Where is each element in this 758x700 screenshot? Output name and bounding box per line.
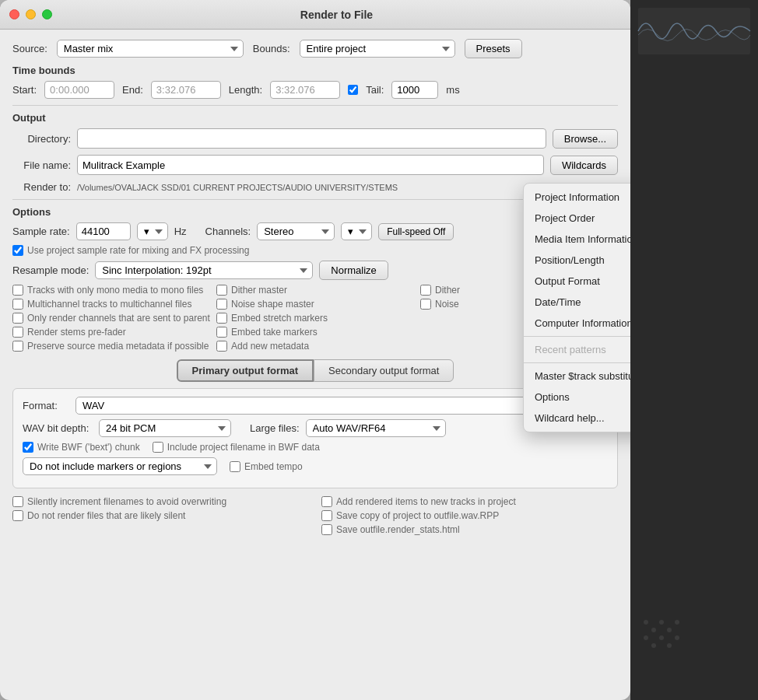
directory-input[interactable] [77,128,546,149]
bitdepth-select[interactable]: 24 bit PCM [99,419,231,437]
silent-increment-row: Silently increment filenames to avoid ov… [12,496,309,507]
sample-rate-input[interactable] [76,222,131,240]
bitdepth-label: WAV bit depth: [23,422,93,434]
embed-tempo-checkbox[interactable] [230,461,240,472]
multichannel-label: Multichannel tracks to multichannel file… [27,299,191,310]
title-bar: Render to File [0,0,630,30]
only-parent-row: Only render channels that are sent to pa… [12,313,210,324]
save-stats-checkbox[interactable] [321,524,332,535]
include-project-checkbox[interactable] [153,442,163,453]
channel-extra-select[interactable]: ▾ [341,222,372,240]
dropdown-project-info[interactable]: Project Information › [524,187,630,208]
svg-point-10 [667,643,672,648]
secondary-format-tab[interactable]: Secondary output format [314,359,454,382]
presets-button[interactable]: Presets [465,39,522,58]
multichannel-checkbox[interactable] [12,299,23,310]
wildcards-button[interactable]: Wildcards [550,156,618,175]
dither-checkbox[interactable] [420,285,431,296]
svg-point-5 [667,628,672,632]
stems-prefader-checkbox[interactable] [12,327,23,338]
embed-stretch-checkbox[interactable] [216,313,227,324]
start-label: Start: [12,84,37,96]
preserve-meta-label: Preserve source media metadata if possib… [27,341,209,352]
add-tracks-row: Add rendered items to new tracks in proj… [321,496,618,507]
include-project-row: Include project filename in BWF data [153,442,320,453]
silent-increment-checkbox[interactable] [12,496,23,507]
no-silent-checkbox[interactable] [12,510,23,521]
embed-take-row: Embed take markers [216,327,414,338]
multichannel-row: Multichannel tracks to multichannel file… [12,299,210,310]
time-bounds-header: Time bounds [12,65,618,76]
mono-checkbox[interactable] [12,285,23,296]
svg-point-7 [644,635,648,640]
bitdepth-row: WAV bit depth: 24 bit PCM Large files: A… [23,419,608,437]
svg-rect-0 [630,0,758,700]
only-parent-checkbox[interactable] [12,313,23,324]
noise-shape-checkbox[interactable] [216,299,227,310]
normalize-button[interactable]: Normalize [319,261,388,280]
stems-prefader-label: Render stems pre-fader [27,327,126,338]
filename-input[interactable] [77,155,544,175]
dither-label: Dither [435,285,460,296]
preserve-meta-checkbox[interactable] [12,341,23,352]
maximize-button[interactable] [42,9,52,19]
largefiles-select[interactable]: Auto WAV/RF64 [306,419,446,437]
dropdown-position-length[interactable]: Position/Length › [524,250,630,271]
add-tracks-checkbox[interactable] [321,496,332,507]
save-copy-label: Save copy of project to outfile.wav.RPP [336,510,499,521]
dropdown-computer-info[interactable]: Computer Information › [524,313,630,334]
dropdown-media-item-info[interactable]: Media Item Information › [524,229,630,250]
tail-label: Tail: [366,84,384,96]
start-input[interactable] [44,81,114,99]
write-bwf-checkbox[interactable] [23,442,33,453]
close-button[interactable] [9,9,19,19]
tail-input[interactable] [391,81,438,99]
markers-select[interactable]: Do not include markers or regions [23,457,217,475]
browse-button[interactable]: Browse... [553,129,618,149]
bounds-select[interactable]: Entire project [300,40,455,58]
add-metadata-checkbox[interactable] [216,341,227,352]
full-speed-button[interactable]: Full-speed Off [378,223,454,240]
sample-rate-label: Sample rate: [12,226,70,237]
dropdown-computer-info-label: Computer Information [535,317,630,329]
svg-rect-1 [638,8,750,54]
source-select[interactable]: Master mix [57,40,244,58]
include-project-label: Include project filename in BWF data [167,442,320,453]
tail-checkbox[interactable] [348,85,358,95]
dropdown-options-label: Options [535,391,570,403]
dropdown-project-order[interactable]: Project Order › [524,208,630,229]
svg-point-8 [651,643,656,648]
minimize-button[interactable] [26,9,36,19]
markers-row: Do not include markers or regions Embed … [23,457,608,475]
channels-select[interactable]: Stereo [257,222,335,240]
source-label: Source: [12,43,47,54]
save-copy-checkbox[interactable] [321,510,332,521]
add-metadata-row: Add new metadata [216,341,414,352]
dropdown-project-info-label: Project Information [535,191,619,203]
svg-point-6 [675,620,679,625]
end-input[interactable] [151,81,221,99]
only-parent-label: Only render channels that are sent to pa… [27,313,210,324]
no-silent-row: Do not render files that are likely sile… [12,510,309,521]
dropdown-recent-patterns: Recent patterns › [524,339,630,360]
dropdown-date-time[interactable]: Date/Time › [524,292,630,313]
noise-checkbox[interactable] [420,299,431,310]
dropdown-master-track[interactable]: Master $track substitution › [524,366,630,387]
no-silent-label: Do not render files that are likely sile… [27,510,185,521]
primary-format-tab[interactable]: Primary output format [177,359,314,382]
embed-take-checkbox[interactable] [216,327,227,338]
dropdown-wildcard-help[interactable]: Wildcard help... [524,408,630,429]
dither-master-checkbox[interactable] [216,285,227,296]
mono-checkbox-row: Tracks with only mono media to mono file… [12,285,210,296]
length-input[interactable] [270,81,340,99]
sample-rate-select[interactable]: ▾ [137,222,168,240]
dropdown-options[interactable]: Options › [524,387,630,408]
use-project-checkbox[interactable] [12,245,23,256]
resample-select[interactable]: Sinc Interpolation: 192pt [95,261,313,279]
noise-shape-row: Noise shape master [216,299,414,310]
embed-tempo-row: Embed tempo [230,461,303,472]
wildcards-dropdown: Project Information › Project Order › Me… [523,183,630,432]
format-label: Format: [23,400,69,411]
dropdown-output-format[interactable]: Output Format › [524,271,630,292]
dropdown-project-order-label: Project Order [535,212,595,224]
